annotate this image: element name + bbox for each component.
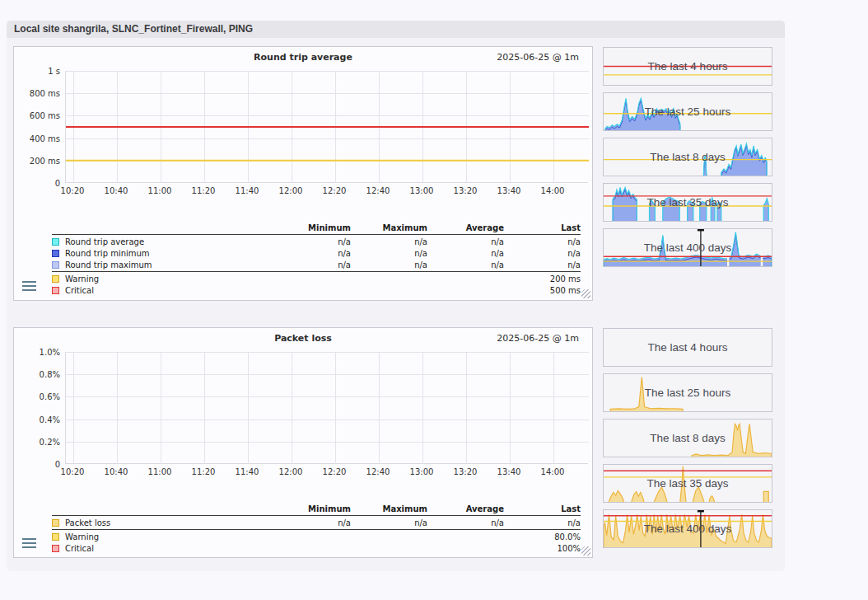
menu-icon[interactable] [22,538,36,548]
series-value: n/a [504,518,581,527]
x-axis-tick-label: 12:40 [360,467,396,476]
legend-series-row: Round trip maximumn/an/an/an/a [52,259,581,270]
time-range-thumbnail[interactable]: The last 35 days [603,183,772,222]
x-axis-tick-label: 10:40 [98,467,134,476]
series-value: n/a [427,260,504,270]
thumbnail-chart [604,93,772,130]
resize-handle-icon[interactable] [581,289,590,298]
time-range-thumbnail[interactable]: The last 25 hours [603,373,772,412]
legend-series-row: Round trip averagen/an/an/an/a [52,236,581,247]
legend-column-header: Maximum [351,504,427,513]
y-axis-tick-label: 0.4% [14,415,60,424]
time-range-thumbnails: The last 4 hoursThe last 25 hoursThe las… [603,46,772,301]
time-range-thumbnail[interactable]: The last 4 hours [603,47,772,86]
time-range-thumbnail[interactable]: The last 8 days [603,419,772,457]
y-axis-tick-label: 0 [14,179,60,188]
x-axis-tick-label: 11:40 [229,467,265,476]
widget-title: Local site shangrila, SLNC_Fortinet_Fire… [14,23,253,35]
legend-threshold-row: Warning80.0% [52,531,581,542]
x-axis-tick-label: 13:00 [404,186,440,195]
series-value: n/a [504,249,581,258]
legend-divider [52,515,581,516]
threshold-swatch [52,287,59,294]
y-axis-tick-label: 200 ms [14,157,60,166]
series-value: n/a [274,249,351,258]
x-axis-tick-label: 12:00 [273,186,309,195]
x-axis-tick-label: 10:40 [98,186,134,195]
x-axis-tick-label: 14:00 [534,186,571,195]
legend-divider [52,271,581,272]
time-range-thumbnail[interactable]: The last 25 hours [603,92,772,131]
x-axis-tick-label: 11:40 [229,186,265,195]
thumbnail-chart [604,229,772,266]
legend-header-row: MinimumMaximumAverageLast [52,222,581,233]
series-value: n/a [351,237,427,246]
legend: MinimumMaximumAverageLastRound trip aver… [52,222,581,296]
graph-widget: Local site shangrila, SLNC_Fortinet_Fire… [7,21,785,571]
thumbnail-chart [604,374,772,411]
series-label: Round trip minimum [65,249,150,258]
series-swatch [52,519,59,527]
thumbnail-chart [604,138,772,176]
x-axis-tick-label: 11:00 [142,467,178,476]
grid-lines [66,352,589,464]
plot-area[interactable] [65,352,588,464]
threshold-value: 200 ms [504,274,581,284]
widget-header: Local site shangrila, SLNC_Fortinet_Fire… [7,21,785,38]
thumbnail-chart [604,48,772,85]
legend-series-row: Packet lossn/an/an/an/a [52,517,581,528]
y-axis-tick-label: 0.6% [14,392,60,401]
series-value: n/a [274,237,351,246]
thumbnail-chart [604,184,772,221]
x-axis-tick-label: 12:20 [316,186,352,195]
series-value: n/a [427,249,504,258]
threshold-value: 100% [504,544,581,553]
series-value: n/a [504,260,581,270]
threshold-label: Warning [65,532,99,541]
x-axis-tick-label: 12:20 [316,467,352,476]
time-range-thumbnails: The last 4 hoursThe last 25 hoursThe las… [603,327,772,558]
legend-column-header: Last [504,223,581,232]
plot-area[interactable] [65,71,588,183]
x-axis-tick-label: 11:00 [142,186,178,195]
series-label: Round trip average [65,237,144,246]
series-value: n/a [504,237,581,246]
legend-divider [52,234,581,235]
legend-column-header: Average [427,223,504,232]
packet-loss-panel: Packet loss 2025-06-25 @ 1m 1.0%0.8%0.6%… [13,327,593,558]
series-swatch [52,238,59,246]
series-swatch [52,250,59,257]
time-range-thumbnail[interactable]: The last 35 days [603,464,772,503]
legend-header-row: MinimumMaximumAverageLast [52,503,581,514]
y-axis-tick-label: 400 ms [14,134,60,143]
time-range-thumbnail[interactable]: The last 4 hours [603,328,772,367]
y-axis-tick-label: 0 [14,460,60,469]
series-label: Round trip maximum [65,260,152,270]
threshold-value: 80.0% [504,532,581,541]
time-range-thumbnail[interactable]: The last 400 days [603,509,772,548]
chart-date: 2025-06-25 @ 1m [497,333,579,344]
time-range-thumbnail[interactable]: The last 400 days [603,228,772,267]
x-axis-tick-label: 10:20 [54,467,91,476]
time-range-thumbnail[interactable]: The last 8 days [603,138,772,176]
y-axis-tick-label: 1 s [14,67,60,76]
menu-icon[interactable] [22,281,36,291]
legend-column-header: Minimum [274,504,351,513]
x-axis-tick-label: 11:20 [185,467,222,476]
legend: MinimumMaximumAverageLastPacket lossn/an… [52,503,581,554]
x-axis-tick-label: 12:40 [360,186,396,195]
legend-column-header: Last [504,504,581,513]
legend-threshold-row: Critical500 ms [52,284,581,296]
x-axis-tick-label: 13:00 [404,467,440,476]
series-value: n/a [351,249,427,258]
thumbnail-chart [604,329,772,366]
resize-handle-icon[interactable] [581,546,590,555]
y-axis-tick-label: 0.2% [14,438,60,447]
legend-column-header: Maximum [351,223,427,232]
x-axis-tick-label: 13:20 [447,467,483,476]
round-trip-average-panel: Round trip average 2025-06-25 @ 1m 1 s80… [13,46,593,301]
chart-date: 2025-06-25 @ 1m [497,52,579,63]
series-value: n/a [351,260,427,270]
x-axis-tick-label: 10:20 [54,186,91,195]
x-axis-tick-label: 12:00 [273,467,309,476]
